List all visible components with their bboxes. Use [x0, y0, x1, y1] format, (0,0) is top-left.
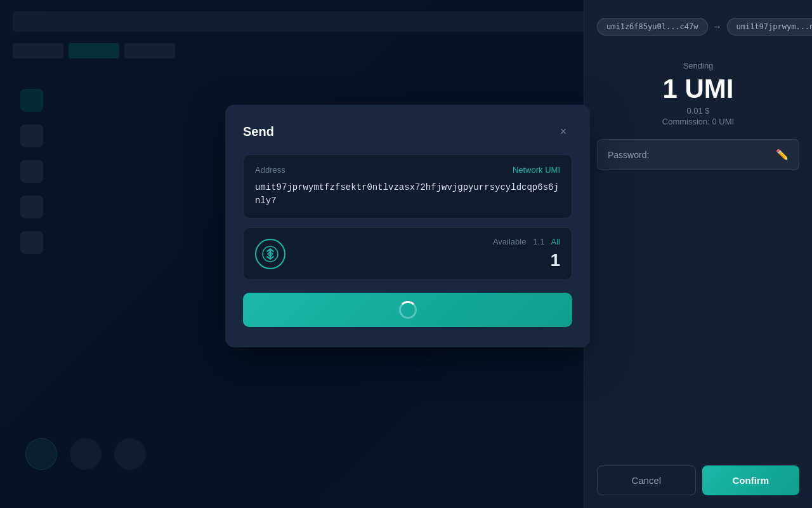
modal-header: Send ×: [243, 123, 572, 140]
bg-decorations: [25, 438, 146, 470]
confirm-button[interactable]: Confirm: [702, 465, 800, 495]
transfer-arrow-icon: →: [713, 22, 722, 32]
address-field[interactable]: Address Network UMI umit97jprwymtfzfsekt…: [243, 154, 572, 218]
close-button[interactable]: ×: [554, 123, 572, 140]
available-all-button[interactable]: All: [551, 237, 560, 246]
bg-tab-2: [69, 43, 119, 58]
amount-value: 1: [294, 250, 560, 271]
password-input-wrapper[interactable]: Password: ✏️: [597, 139, 799, 170]
address-transfer-row: umi1z6f85yu0l...c47w → umi1t97jprwym...n…: [597, 18, 799, 36]
sending-amount: 1 UMI: [597, 74, 799, 104]
submit-loading-button[interactable]: [243, 293, 572, 327]
modal-title: Send: [243, 124, 274, 139]
from-address-chip: umi1z6f85yu0l...c47w: [597, 18, 708, 36]
available-label: Available: [493, 237, 527, 246]
bg-tab-1: [13, 43, 63, 58]
available-row: Available 1.1 All: [294, 237, 560, 246]
bg-dot-1: [25, 438, 57, 470]
eye-icon[interactable]: ✏️: [776, 149, 789, 161]
right-panel: umi1z6f85yu0l...c47w → umi1t97jprwym...n…: [584, 0, 812, 508]
sending-usd: 0.01 $: [597, 106, 799, 116]
amount-field[interactable]: Available 1.1 All 1: [243, 227, 572, 280]
bg-icon-5: [20, 231, 43, 254]
address-field-header: Address Network UMI: [255, 165, 560, 175]
bg-dot-2: [70, 438, 102, 470]
sending-section: Sending 1 UMI 0.01 $ Commission: 0 UMI: [584, 46, 812, 139]
loading-spinner: [399, 301, 417, 319]
bg-icon-3: [20, 160, 43, 183]
sending-commission: Commission: 0 UMI: [597, 117, 799, 126]
bg-icon-2: [20, 124, 43, 147]
bg-icon-4: [20, 196, 43, 218]
network-label: Network UMI: [513, 165, 560, 175]
token-icon: [255, 239, 285, 269]
bg-tab-3: [124, 43, 175, 58]
password-label: Password:: [608, 150, 771, 160]
amount-right: Available 1.1 All 1: [294, 237, 560, 271]
available-amount: 1.1: [533, 237, 544, 246]
bg-tabs: [13, 43, 175, 58]
password-section: Password: ✏️: [584, 139, 812, 183]
address-field-label: Address: [255, 165, 285, 175]
right-panel-header: umi1z6f85yu0l...c47w → umi1t97jprwym...n…: [584, 0, 812, 46]
cancel-button[interactable]: Cancel: [597, 465, 696, 495]
action-buttons: Cancel Confirm: [584, 465, 812, 508]
to-address-chip: umi1t97jprwym...nly7: [727, 18, 813, 36]
bg-left-panel: [13, 76, 51, 444]
bg-icon-1: [20, 89, 43, 112]
send-modal: Send × Address Network UMI umit97jprwymt…: [225, 105, 590, 347]
bg-dot-3: [114, 438, 146, 470]
address-value: umit97jprwymtfzfsektr0ntlvzasx72hfjwvjgp…: [255, 181, 560, 208]
sending-label: Sending: [597, 61, 799, 70]
